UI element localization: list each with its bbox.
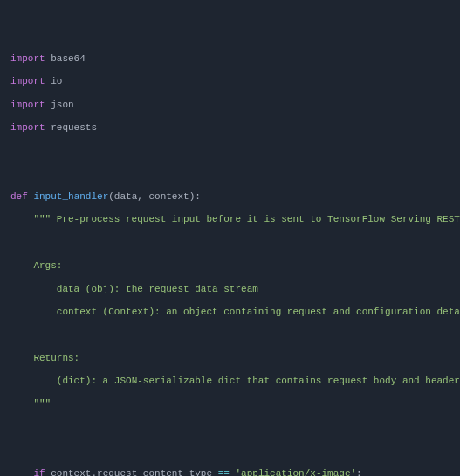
keyword-def: def [10,191,28,202]
docstring: """ Pre-process request input before it … [33,214,460,224]
code-editor: import base64 import io import json impo… [10,53,460,476]
keyword-import: import [10,53,45,64]
module-name: base64 [51,53,86,64]
function-name: input_handler [33,191,108,202]
